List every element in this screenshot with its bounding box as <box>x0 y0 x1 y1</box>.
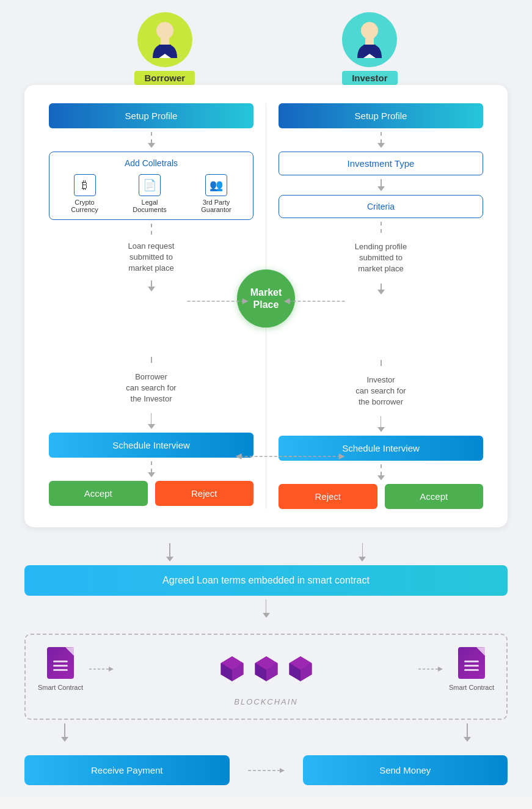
main-card: Setup Profile Add Colletrals ₿ CryptoCur… <box>24 85 508 527</box>
arrow-line <box>151 280 152 287</box>
arrow-line <box>381 179 382 186</box>
svg-rect-1 <box>161 38 169 45</box>
arrow-line <box>467 723 468 737</box>
collaterals-box: Add Colletrals ₿ CryptoCurrency 📄 LegalD… <box>49 152 253 220</box>
guarantor-label: 3rd PartyGuarantor <box>201 199 231 213</box>
arrow-line <box>266 599 267 613</box>
payment-arrow-left <box>61 723 68 742</box>
arrow-line <box>169 543 170 557</box>
market-placeholder-left <box>49 295 253 353</box>
collateral-crypto: ₿ CryptoCurrency <box>71 174 98 213</box>
arrow-down-3-right <box>377 284 385 295</box>
arrow-head <box>464 737 471 742</box>
collaterals-title: Add Colletrals <box>56 158 247 168</box>
arrow-search-left <box>151 357 152 363</box>
arrow-line <box>381 360 382 366</box>
line2 <box>464 665 479 667</box>
diagram-wrapper: Borrower Investor Setup Profile <box>0 0 532 797</box>
borrower-person-svg <box>147 18 183 61</box>
arrow-line <box>151 132 152 143</box>
arrow-to-blockchain <box>263 599 270 618</box>
agreed-loan-button[interactable]: Agreed Loan terms embedded in smart cont… <box>24 565 508 596</box>
investor-reject-button[interactable]: Reject <box>279 484 377 509</box>
svg-marker-31 <box>280 768 285 773</box>
borrower-schedule-interview-button[interactable]: Schedule Interview <box>49 433 253 458</box>
arrow-line <box>381 464 382 475</box>
guarantor-icon: 👥 <box>205 174 227 196</box>
arrow-down-5-right <box>377 464 385 480</box>
arrow-down-3-left <box>148 280 155 291</box>
investor-setup-profile-button[interactable]: Setup Profile <box>279 103 483 128</box>
arrow-line <box>151 461 152 472</box>
legal-icon: 📄 <box>139 174 161 196</box>
arrow-down-5-left <box>148 461 155 477</box>
payment-h-arrow <box>248 766 285 775</box>
receive-payment-button[interactable]: Receive Payment <box>24 755 230 785</box>
borrower-reject-button[interactable]: Reject <box>155 481 254 506</box>
arrow-down-1-right <box>377 132 385 148</box>
investment-type-box[interactable]: Investment Type <box>279 152 483 175</box>
arrow-head <box>61 737 68 742</box>
borrower-avatar <box>137 12 192 67</box>
borrower-block: Borrower <box>134 12 195 85</box>
borrower-accept-button[interactable]: Accept <box>49 481 148 506</box>
legal-label: LegalDocuments <box>133 199 167 213</box>
line3 <box>53 669 68 671</box>
line1 <box>464 661 479 662</box>
cube-2 <box>251 654 282 684</box>
arrow-head <box>377 427 385 432</box>
crypto-icon: ₿ <box>74 174 96 196</box>
blockchain-row: Smart Contract <box>38 647 494 691</box>
bottom-arrow-left <box>166 543 173 562</box>
contract-lines-right <box>459 652 484 675</box>
bottom-arrows-row <box>24 540 508 565</box>
accept-reject-row-right: Reject Accept <box>279 484 483 509</box>
arrow-head <box>359 557 366 562</box>
payment-connector <box>248 755 285 785</box>
two-col-layout: Setup Profile Add Colletrals ₿ CryptoCur… <box>37 103 495 509</box>
collateral-legal: 📄 LegalDocuments <box>133 174 167 213</box>
arrow-line <box>381 222 382 233</box>
left-smart-contract: Smart Contract <box>38 647 83 691</box>
cube-1 <box>217 654 247 684</box>
arrow-head <box>148 143 155 148</box>
arrow-down-4-right <box>377 416 385 432</box>
arrow-line <box>362 543 363 557</box>
svg-point-0 <box>156 22 173 39</box>
arrow-line <box>151 357 152 363</box>
investor-accept-button[interactable]: Accept <box>385 484 484 509</box>
blockchain-section: Smart Contract <box>24 634 508 720</box>
right-smart-contract-label: Smart Contract <box>449 684 494 691</box>
crypto-label: CryptoCurrency <box>71 199 98 213</box>
criteria-box[interactable]: Criteria <box>279 195 483 218</box>
arrow-investment-criteria <box>377 179 385 191</box>
arrow-head <box>377 143 385 148</box>
borrower-setup-profile-button[interactable]: Setup Profile <box>49 103 253 128</box>
borrower-label: Borrower <box>134 71 195 85</box>
investor-avatar <box>342 12 397 67</box>
blockchain-label: BLOCKCHAIN <box>38 697 494 706</box>
svg-point-3 <box>361 22 378 39</box>
investor-schedule-interview-button[interactable]: Schedule Interview <box>279 436 483 461</box>
collateral-guarantor: 👥 3rd PartyGuarantor <box>201 174 231 213</box>
payment-row: Receive Payment Send Money <box>24 755 508 785</box>
loan-desc: Loan requestsubmitted tomarket place <box>128 241 175 274</box>
arrow-down-4-left <box>148 413 155 429</box>
chain-to-right-arrow <box>418 664 443 674</box>
arrow-line <box>381 132 382 143</box>
investor-person-svg <box>351 18 388 61</box>
accept-reject-row-left: Accept Reject <box>49 481 253 506</box>
send-money-button[interactable]: Send Money <box>303 755 508 785</box>
right-column: Setup Profile Investment Type Criteria <box>266 103 495 509</box>
line1 <box>53 661 68 662</box>
line3 <box>464 669 479 671</box>
arrow-head <box>166 557 173 562</box>
right-smart-contract: Smart Contract <box>449 647 494 691</box>
arrow-line <box>64 723 65 737</box>
left-column: Setup Profile Add Colletrals ₿ CryptoCur… <box>37 103 266 509</box>
arrow-head <box>263 613 270 618</box>
contract-lines <box>48 652 73 675</box>
arrow-down-1-left <box>148 132 155 148</box>
arrow-down-2-right <box>381 222 382 233</box>
right-contract-doc <box>458 647 485 679</box>
